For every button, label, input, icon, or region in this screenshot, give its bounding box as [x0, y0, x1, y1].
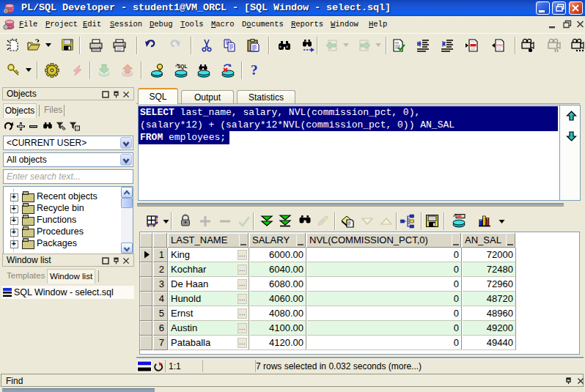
svg-text:SQL: SQL	[177, 64, 187, 70]
